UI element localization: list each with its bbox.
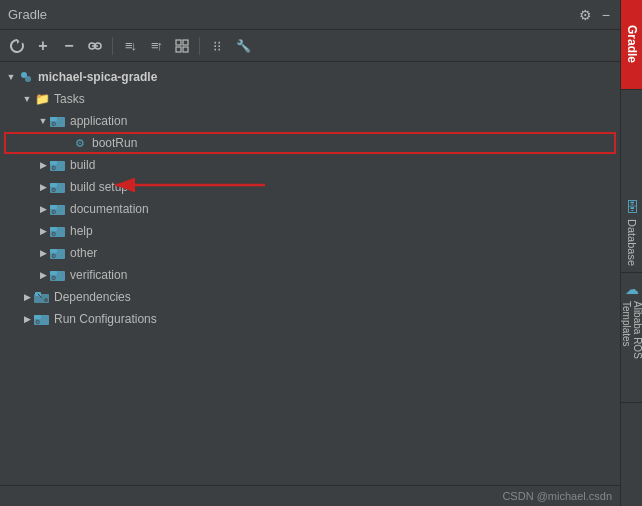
tree-tasks[interactable]: 📁 Tasks <box>0 88 620 110</box>
help-label: help <box>70 224 93 238</box>
build-label: build <box>70 158 95 172</box>
link-button[interactable] <box>84 35 106 57</box>
other-arrow[interactable] <box>36 246 50 260</box>
other-folder-icon: ⚙ <box>50 245 66 261</box>
root-label: michael-spica-gradle <box>38 70 157 84</box>
tasks-folder-icon: 📁 <box>34 91 50 107</box>
tree-documentation[interactable]: ⚙ documentation <box>0 198 620 220</box>
header-icons: ⚙ − <box>577 6 612 24</box>
svg-rect-5 <box>176 47 181 52</box>
svg-text:⚙: ⚙ <box>51 275 56 281</box>
tree-build-setup[interactable]: ⚙ build setup <box>0 176 620 198</box>
application-label: application <box>70 114 127 128</box>
tree-run-configurations[interactable]: ⚙ Run Configurations <box>0 308 620 330</box>
build-setup-label: build setup <box>70 180 128 194</box>
documentation-folder-icon: ⚙ <box>50 201 66 217</box>
verification-label: verification <box>70 268 127 282</box>
collapse-all-button[interactable]: ≡↑ <box>145 35 167 57</box>
add-button[interactable]: + <box>32 35 54 57</box>
panel-title: Gradle <box>8 7 47 22</box>
root-gradle-icon <box>18 69 34 85</box>
build-arrow[interactable] <box>36 158 50 172</box>
run-configurations-folder-icon: ⚙ <box>34 311 50 327</box>
database-tab-label: Database <box>626 219 638 266</box>
options-button[interactable]: ⁝⁝ <box>206 35 228 57</box>
documentation-label: documentation <box>70 202 149 216</box>
svg-rect-4 <box>183 40 188 45</box>
help-folder-icon: ⚙ <box>50 223 66 239</box>
footer: CSDN @michael.csdn <box>0 485 620 506</box>
svg-text:⚙: ⚙ <box>51 187 56 193</box>
svg-text:⚙: ⚙ <box>51 253 56 259</box>
bootrun-gear-icon: ⚙ <box>72 135 88 151</box>
tree-container[interactable]: michael-spica-gradle 📁 Tasks ⚙ <box>0 62 620 485</box>
tree-root[interactable]: michael-spica-gradle <box>0 66 620 88</box>
dependencies-label: Dependencies <box>54 290 131 304</box>
build-folder-icon: ⚙ <box>50 157 66 173</box>
run-configurations-label: Run Configurations <box>54 312 157 326</box>
toolbar: + − ≡↓ ≡↑ ⁝⁝ 🔧 <box>0 30 620 62</box>
verification-folder-icon: ⚙ <box>50 267 66 283</box>
verification-arrow[interactable] <box>36 268 50 282</box>
database-icon: 🗄 <box>625 199 639 215</box>
refresh-button[interactable] <box>6 35 28 57</box>
right-sidebar: Gradle 🗄 Database ☁ Alibaba ROS Template… <box>620 0 642 506</box>
run-configurations-arrow[interactable] <box>20 312 34 326</box>
help-arrow[interactable] <box>36 224 50 238</box>
sidebar-tab-alibaba[interactable]: ☁ Alibaba ROS Templates <box>621 273 642 403</box>
tree-dependencies[interactable]: Dependencies <box>0 286 620 308</box>
tree-application[interactable]: ⚙ application <box>0 110 620 132</box>
svg-rect-3 <box>176 40 181 45</box>
wrench-button[interactable]: 🔧 <box>232 35 254 57</box>
dependencies-icon <box>34 289 50 305</box>
settings-icon[interactable]: ⚙ <box>577 6 594 24</box>
svg-text:⚙: ⚙ <box>51 231 56 237</box>
documentation-arrow[interactable] <box>36 202 50 216</box>
tasks-arrow[interactable] <box>20 92 34 106</box>
main-panel: Gradle ⚙ − + − ≡↓ ≡↑ <box>0 0 620 506</box>
gradle-tab-label: Gradle <box>625 25 639 63</box>
tree-bootrun[interactable]: ⚙ bootRun <box>4 132 616 154</box>
bootrun-label: bootRun <box>92 136 137 150</box>
remove-button[interactable]: − <box>58 35 80 57</box>
build-setup-arrow[interactable] <box>36 180 50 194</box>
alibaba-tab-label: Alibaba ROS Templates <box>621 301 642 394</box>
group-button[interactable] <box>171 35 193 57</box>
svg-point-8 <box>25 76 31 82</box>
toolbar-separator-1 <box>112 37 113 55</box>
svg-text:⚙: ⚙ <box>35 319 40 325</box>
svg-text:⚙: ⚙ <box>51 121 56 127</box>
minimize-icon[interactable]: − <box>600 6 612 24</box>
dependencies-arrow[interactable] <box>20 290 34 304</box>
toolbar-separator-2 <box>199 37 200 55</box>
svg-text:⚙: ⚙ <box>51 209 56 215</box>
application-arrow[interactable] <box>36 114 50 128</box>
alibaba-icon: ☁ <box>625 281 639 297</box>
tree-build[interactable]: ⚙ build <box>0 154 620 176</box>
header: Gradle ⚙ − <box>0 0 620 30</box>
svg-text:⚙: ⚙ <box>51 165 56 171</box>
sidebar-tab-database[interactable]: 🗄 Database <box>621 193 642 273</box>
svg-rect-6 <box>183 47 188 52</box>
footer-text: CSDN @michael.csdn <box>502 490 612 502</box>
application-folder-icon: ⚙ <box>50 113 66 129</box>
svg-point-33 <box>44 298 48 302</box>
tasks-label: Tasks <box>54 92 85 106</box>
tree-help[interactable]: ⚙ help <box>0 220 620 242</box>
sidebar-tab-gradle[interactable]: Gradle <box>621 0 642 90</box>
tree-other[interactable]: ⚙ other <box>0 242 620 264</box>
root-arrow[interactable] <box>4 70 18 84</box>
build-setup-folder-icon: ⚙ <box>50 179 66 195</box>
other-label: other <box>70 246 97 260</box>
expand-all-button[interactable]: ≡↓ <box>119 35 141 57</box>
tree-verification[interactable]: ⚙ verification <box>0 264 620 286</box>
